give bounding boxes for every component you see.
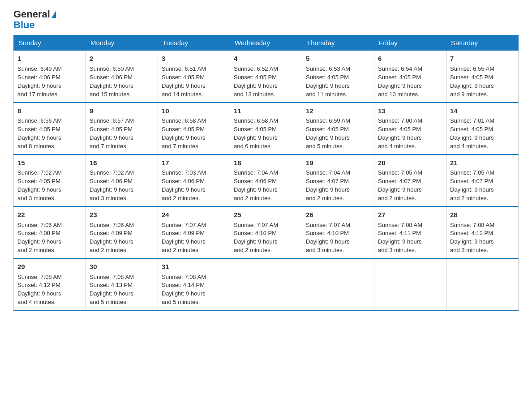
calendar-cell: 5Sunrise: 6:53 AMSunset: 4:05 PMDaylight… bbox=[302, 51, 374, 103]
day-number: 20 bbox=[378, 158, 442, 168]
logo-text-blue: Blue bbox=[13, 19, 35, 30]
day-number: 27 bbox=[378, 210, 442, 220]
day-number: 16 bbox=[90, 158, 154, 168]
calendar-cell: 29Sunrise: 7:08 AMSunset: 4:12 PMDayligh… bbox=[14, 258, 86, 310]
calendar-cell: 4Sunrise: 6:52 AMSunset: 4:05 PMDaylight… bbox=[230, 51, 302, 103]
day-number: 22 bbox=[17, 210, 82, 220]
calendar-cell: 22Sunrise: 7:06 AMSunset: 4:08 PMDayligh… bbox=[14, 206, 86, 258]
weekday-header-thursday: Thursday bbox=[302, 35, 374, 51]
calendar-cell: 8Sunrise: 6:56 AMSunset: 4:05 PMDaylight… bbox=[14, 103, 86, 154]
day-info: Sunrise: 7:07 AMSunset: 4:10 PMDaylight:… bbox=[306, 222, 350, 254]
day-info: Sunrise: 7:02 AMSunset: 4:06 PMDaylight:… bbox=[90, 169, 134, 201]
week-row-3: 15Sunrise: 7:02 AMSunset: 4:05 PMDayligh… bbox=[14, 154, 519, 206]
day-number: 2 bbox=[90, 54, 154, 64]
day-info: Sunrise: 7:08 AMSunset: 4:11 PMDaylight:… bbox=[378, 222, 422, 254]
calendar-cell: 27Sunrise: 7:08 AMSunset: 4:11 PMDayligh… bbox=[374, 206, 446, 258]
calendar-cell bbox=[302, 258, 374, 310]
calendar-cell: 15Sunrise: 7:02 AMSunset: 4:05 PMDayligh… bbox=[14, 154, 86, 206]
day-number: 28 bbox=[450, 210, 515, 220]
weekday-row: SundayMondayTuesdayWednesdayThursdayFrid… bbox=[14, 35, 519, 51]
day-info: Sunrise: 6:56 AMSunset: 4:05 PMDaylight:… bbox=[17, 117, 62, 150]
day-info: Sunrise: 7:04 AMSunset: 4:06 PMDaylight:… bbox=[234, 169, 278, 201]
calendar-cell: 9Sunrise: 6:57 AMSunset: 4:05 PMDaylight… bbox=[86, 103, 158, 154]
day-info: Sunrise: 7:01 AMSunset: 4:05 PMDaylight:… bbox=[450, 117, 494, 150]
day-number: 9 bbox=[90, 106, 154, 116]
calendar-cell: 23Sunrise: 7:06 AMSunset: 4:09 PMDayligh… bbox=[86, 206, 158, 258]
calendar-cell: 24Sunrise: 7:07 AMSunset: 4:09 PMDayligh… bbox=[158, 206, 230, 258]
calendar-cell bbox=[374, 258, 446, 310]
day-info: Sunrise: 7:03 AMSunset: 4:06 PMDaylight:… bbox=[162, 169, 206, 201]
day-number: 18 bbox=[234, 158, 298, 168]
day-info: Sunrise: 6:57 AMSunset: 4:05 PMDaylight:… bbox=[90, 117, 134, 150]
day-info: Sunrise: 6:58 AMSunset: 4:05 PMDaylight:… bbox=[234, 117, 278, 150]
calendar-cell: 18Sunrise: 7:04 AMSunset: 4:06 PMDayligh… bbox=[230, 154, 302, 206]
weekday-header-friday: Friday bbox=[374, 35, 446, 51]
calendar-cell bbox=[446, 258, 519, 310]
weekday-header-tuesday: Tuesday bbox=[158, 35, 230, 51]
calendar-cell: 31Sunrise: 7:08 AMSunset: 4:14 PMDayligh… bbox=[158, 258, 230, 310]
calendar-cell bbox=[230, 258, 302, 310]
calendar-cell: 6Sunrise: 6:54 AMSunset: 4:05 PMDaylight… bbox=[374, 51, 446, 103]
day-number: 31 bbox=[162, 262, 226, 272]
day-info: Sunrise: 7:00 AMSunset: 4:05 PMDaylight:… bbox=[378, 117, 422, 150]
day-info: Sunrise: 6:52 AMSunset: 4:05 PMDaylight:… bbox=[234, 65, 278, 98]
day-info: Sunrise: 6:53 AMSunset: 4:05 PMDaylight:… bbox=[306, 65, 350, 98]
calendar-cell: 16Sunrise: 7:02 AMSunset: 4:06 PMDayligh… bbox=[86, 154, 158, 206]
day-number: 10 bbox=[162, 106, 226, 116]
calendar-cell: 3Sunrise: 6:51 AMSunset: 4:05 PMDaylight… bbox=[158, 51, 230, 103]
day-info: Sunrise: 7:07 AMSunset: 4:09 PMDaylight:… bbox=[162, 222, 206, 254]
day-info: Sunrise: 6:58 AMSunset: 4:05 PMDaylight:… bbox=[162, 117, 206, 150]
calendar-cell: 14Sunrise: 7:01 AMSunset: 4:05 PMDayligh… bbox=[446, 103, 519, 154]
calendar-cell: 26Sunrise: 7:07 AMSunset: 4:10 PMDayligh… bbox=[302, 206, 374, 258]
week-row-5: 29Sunrise: 7:08 AMSunset: 4:12 PMDayligh… bbox=[14, 258, 519, 310]
day-info: Sunrise: 6:59 AMSunset: 4:05 PMDaylight:… bbox=[306, 117, 350, 150]
week-row-2: 8Sunrise: 6:56 AMSunset: 4:05 PMDaylight… bbox=[14, 103, 519, 154]
day-number: 21 bbox=[450, 158, 515, 168]
day-info: Sunrise: 7:08 AMSunset: 4:12 PMDaylight:… bbox=[450, 222, 494, 254]
day-info: Sunrise: 6:49 AMSunset: 4:06 PMDaylight:… bbox=[17, 65, 62, 98]
calendar-cell: 17Sunrise: 7:03 AMSunset: 4:06 PMDayligh… bbox=[158, 154, 230, 206]
day-info: Sunrise: 7:02 AMSunset: 4:05 PMDaylight:… bbox=[17, 169, 62, 201]
day-number: 17 bbox=[162, 158, 226, 168]
day-info: Sunrise: 7:05 AMSunset: 4:07 PMDaylight:… bbox=[378, 169, 422, 201]
day-number: 6 bbox=[378, 54, 442, 64]
day-info: Sunrise: 6:51 AMSunset: 4:05 PMDaylight:… bbox=[162, 65, 206, 98]
weekday-header-sunday: Sunday bbox=[14, 35, 86, 51]
day-number: 23 bbox=[90, 210, 154, 220]
week-row-4: 22Sunrise: 7:06 AMSunset: 4:08 PMDayligh… bbox=[14, 206, 519, 258]
page-header: General Blue bbox=[13, 9, 519, 30]
day-info: Sunrise: 7:04 AMSunset: 4:07 PMDaylight:… bbox=[306, 169, 350, 201]
calendar-cell: 21Sunrise: 7:05 AMSunset: 4:07 PMDayligh… bbox=[446, 154, 519, 206]
day-number: 8 bbox=[17, 106, 82, 116]
weekday-header-wednesday: Wednesday bbox=[230, 35, 302, 51]
day-info: Sunrise: 7:06 AMSunset: 4:08 PMDaylight:… bbox=[17, 222, 62, 254]
day-number: 29 bbox=[17, 262, 82, 272]
week-row-1: 1Sunrise: 6:49 AMSunset: 4:06 PMDaylight… bbox=[14, 51, 519, 103]
calendar-cell: 11Sunrise: 6:58 AMSunset: 4:05 PMDayligh… bbox=[230, 103, 302, 154]
day-number: 25 bbox=[234, 210, 298, 220]
logo-text-general: General bbox=[13, 9, 50, 20]
day-number: 30 bbox=[90, 262, 154, 272]
calendar-cell: 20Sunrise: 7:05 AMSunset: 4:07 PMDayligh… bbox=[374, 154, 446, 206]
day-info: Sunrise: 7:08 AMSunset: 4:13 PMDaylight:… bbox=[90, 274, 134, 306]
day-info: Sunrise: 7:05 AMSunset: 4:07 PMDaylight:… bbox=[450, 169, 494, 201]
day-info: Sunrise: 7:06 AMSunset: 4:09 PMDaylight:… bbox=[90, 222, 134, 254]
day-info: Sunrise: 7:08 AMSunset: 4:12 PMDaylight:… bbox=[17, 274, 62, 306]
calendar-table: SundayMondayTuesdayWednesdayThursdayFrid… bbox=[13, 35, 519, 311]
calendar-cell: 19Sunrise: 7:04 AMSunset: 4:07 PMDayligh… bbox=[302, 154, 374, 206]
day-number: 5 bbox=[306, 54, 370, 64]
calendar-cell: 1Sunrise: 6:49 AMSunset: 4:06 PMDaylight… bbox=[14, 51, 86, 103]
day-number: 14 bbox=[450, 106, 515, 116]
calendar-cell: 12Sunrise: 6:59 AMSunset: 4:05 PMDayligh… bbox=[302, 103, 374, 154]
calendar-cell: 13Sunrise: 7:00 AMSunset: 4:05 PMDayligh… bbox=[374, 103, 446, 154]
day-number: 12 bbox=[306, 106, 370, 116]
day-number: 13 bbox=[378, 106, 442, 116]
day-number: 1 bbox=[17, 54, 82, 64]
calendar-cell: 25Sunrise: 7:07 AMSunset: 4:10 PMDayligh… bbox=[230, 206, 302, 258]
calendar-cell: 28Sunrise: 7:08 AMSunset: 4:12 PMDayligh… bbox=[446, 206, 519, 258]
day-number: 26 bbox=[306, 210, 370, 220]
day-number: 15 bbox=[17, 158, 82, 168]
day-info: Sunrise: 7:08 AMSunset: 4:14 PMDaylight:… bbox=[162, 274, 206, 306]
calendar-cell: 10Sunrise: 6:58 AMSunset: 4:05 PMDayligh… bbox=[158, 103, 230, 154]
calendar-header: SundayMondayTuesdayWednesdayThursdayFrid… bbox=[14, 35, 519, 51]
